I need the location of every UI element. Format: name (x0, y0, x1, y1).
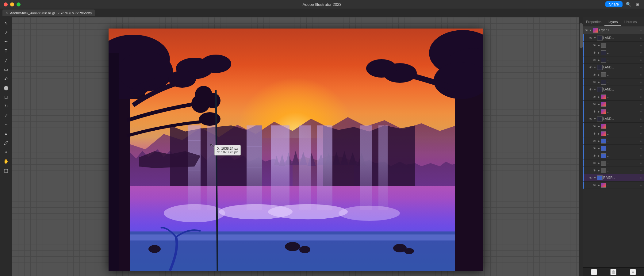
eye-icon[interactable]: 👁 (588, 117, 593, 121)
expand-icon[interactable]: ▶ (597, 59, 600, 62)
layer-row-river-group[interactable]: 👁 ▼ RIVER... ○ (583, 174, 644, 182)
eye-icon[interactable]: 👁 (592, 95, 596, 99)
lock-icon[interactable]: ○ (639, 161, 643, 165)
eye-icon[interactable]: 👁 (592, 161, 596, 165)
layer-row[interactable]: 👁 ▶ ... ○ (583, 79, 644, 86)
tab-libraries[interactable]: Libraries (621, 19, 640, 26)
scale-tool[interactable]: ⤢ (1, 111, 11, 120)
layer-row[interactable]: 👁 ▶ ... ○ (583, 137, 644, 145)
document-tab[interactable]: ✕ AdobeStock_444686758.ai @ 17.78 % (RGB… (2, 10, 95, 16)
eyedropper-tool[interactable]: 🖊 (1, 139, 11, 147)
brush-tool[interactable]: 🖌 (1, 74, 11, 83)
search-icon[interactable]: 🔍 (625, 1, 632, 8)
eye-icon[interactable]: 👁 (592, 58, 596, 62)
layers-panel[interactable]: 👁 ▼ LAND... ○ 👁 ▶ ... ○ 👁 ▶ ... ○ (583, 34, 644, 267)
zoom-tool[interactable]: ⌖ (1, 148, 11, 156)
lock-icon[interactable]: ○ (639, 183, 643, 187)
artboard-tool[interactable]: ⬚ (1, 166, 11, 175)
grid-icon[interactable]: ⊞ (634, 1, 641, 8)
lock-icon[interactable]: ○ (639, 132, 643, 136)
expand-icon[interactable]: ▶ (597, 154, 600, 157)
expand-icon[interactable]: ▼ (593, 66, 596, 69)
eye-icon[interactable]: 👁 (592, 154, 596, 158)
lock-icon[interactable]: ○ (639, 44, 643, 47)
eye-icon[interactable]: 👁 (592, 73, 596, 77)
layer-row[interactable]: 👁 ▶ ... ○ (583, 108, 644, 115)
lock-icon[interactable]: ○ (639, 154, 643, 158)
share-button[interactable]: Share (605, 1, 623, 7)
layer-row[interactable]: 👁 ▶ ... ○ (583, 56, 644, 64)
expand-icon[interactable]: ▼ (593, 36, 596, 40)
minimize-button[interactable] (10, 2, 14, 6)
eye-icon[interactable]: 👁 (592, 51, 596, 55)
layer-row[interactable]: 👁 ▼ LAND... ○ (583, 86, 644, 93)
select-tool[interactable]: ↖ (1, 19, 11, 28)
layer-row[interactable]: 👁 ▼ LAND... ○ (583, 34, 644, 42)
expand-icon[interactable]: ▶ (597, 44, 600, 47)
eye-icon[interactable]: 👁 (588, 176, 593, 180)
lock-icon[interactable]: ○ (639, 125, 643, 128)
expand-icon[interactable]: ▶ (597, 73, 600, 76)
eraser-tool[interactable]: ◻ (1, 93, 11, 101)
rotate-tool[interactable]: ↻ (1, 102, 11, 110)
lock-icon[interactable]: ○ (639, 169, 643, 172)
lock-icon[interactable]: ○ (639, 117, 643, 121)
expand-icon[interactable]: ▶ (597, 169, 600, 172)
lock-icon[interactable]: ○ (639, 36, 643, 40)
maximize-button[interactable] (17, 2, 21, 6)
lock-icon[interactable]: ○ (639, 51, 643, 55)
expand-icon[interactable]: ▶ (597, 51, 600, 54)
expand-icon[interactable]: ▼ (593, 176, 596, 179)
layer-row[interactable]: 👁 ▶ ... ○ (583, 123, 644, 130)
expand-icon[interactable]: ▶ (597, 103, 600, 106)
expand-icon[interactable]: ▶ (597, 147, 600, 150)
expand-icon[interactable]: ▶ (597, 184, 600, 187)
eye-icon[interactable]: 👁 (588, 36, 593, 40)
lock-icon[interactable]: ○ (639, 139, 643, 143)
tab-close-icon[interactable]: ✕ (6, 11, 8, 15)
layer1-lock-icon[interactable]: ○ (639, 29, 643, 32)
layer-row[interactable]: 👁 ▶ ... ○ (583, 167, 644, 174)
layer-row[interactable]: 👁 ▶ ... ○ (583, 182, 644, 189)
layer-row[interactable]: 👁 ▶ ... ○ (583, 101, 644, 108)
layer1-visibility-icon[interactable]: 👁 (584, 28, 588, 33)
lock-icon[interactable]: ○ (639, 102, 643, 106)
layer1-expand-arrow[interactable]: ▼ (589, 29, 592, 32)
canvas-scroll-thumb[interactable] (580, 23, 583, 48)
eye-icon[interactable]: 👁 (592, 146, 596, 151)
expand-icon[interactable]: ▶ (597, 125, 600, 128)
eye-icon[interactable]: 👁 (592, 183, 596, 187)
line-tool[interactable]: ╱ (1, 56, 11, 64)
new-layer-button[interactable]: + (591, 269, 597, 275)
eye-icon[interactable]: 👁 (592, 43, 596, 48)
expand-icon[interactable]: ▶ (597, 95, 600, 98)
layer-row[interactable]: 👁 ▼ LAND... ○ (583, 115, 644, 123)
canvas-area[interactable]: X: 1038.24 px Y: 1073.73 px ↖ (12, 17, 579, 276)
expand-icon[interactable]: ▶ (597, 110, 600, 113)
layer-row[interactable]: 👁 ▶ ... ○ (583, 130, 644, 137)
lock-icon[interactable]: ○ (639, 58, 643, 62)
gradient-tool[interactable]: ▲ (1, 129, 11, 138)
direct-select-tool[interactable]: ↗ (1, 28, 11, 37)
layer-row[interactable]: 👁 ▶ ... ○ (583, 93, 644, 101)
eye-icon[interactable]: 👁 (592, 132, 596, 136)
canvas-scrollbar-vertical[interactable] (579, 17, 583, 276)
expand-icon[interactable]: ▼ (593, 88, 596, 91)
lock-icon[interactable]: ○ (639, 80, 643, 84)
expand-icon[interactable]: ▶ (597, 81, 600, 84)
eye-icon[interactable]: 👁 (588, 87, 593, 92)
pen-tool[interactable]: ✒ (1, 37, 11, 46)
eye-icon[interactable]: 👁 (592, 124, 596, 128)
layer-row[interactable]: 👁 ▶ ... ○ (583, 42, 644, 49)
expand-icon[interactable]: ▼ (593, 117, 596, 121)
expand-icon[interactable]: ▶ (597, 162, 600, 165)
lock-icon[interactable]: ○ (639, 88, 643, 91)
layer-row[interactable]: 👁 ▶ ... ○ (583, 159, 644, 167)
lock-icon[interactable]: ○ (639, 66, 643, 69)
lock-icon[interactable]: ○ (639, 73, 643, 77)
eye-icon[interactable]: 👁 (592, 102, 596, 106)
layer-row[interactable]: 👁 ▶ ... ○ (583, 71, 644, 79)
lock-icon[interactable]: ○ (639, 176, 643, 180)
layer-row[interactable]: 👁 ▼ LAND... ○ (583, 64, 644, 71)
eye-icon[interactable]: 👁 (592, 139, 596, 143)
